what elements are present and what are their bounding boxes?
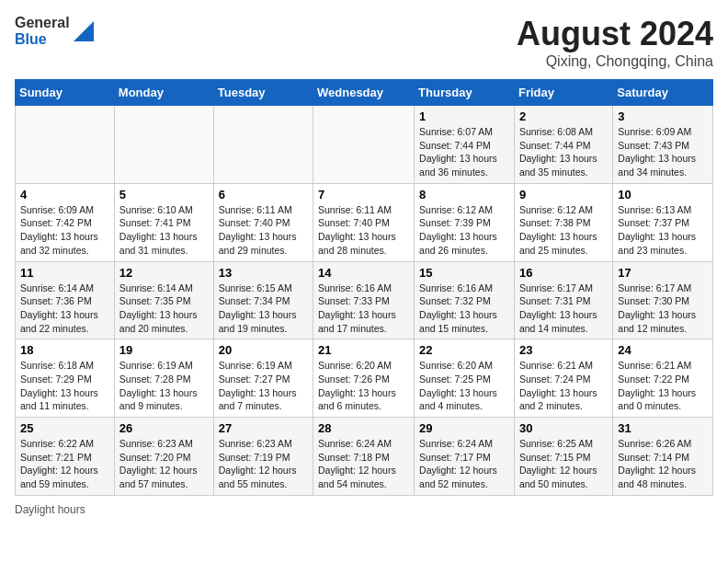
day-info: Sunrise: 6:14 AM Sunset: 7:35 PM Dayligh… <box>119 282 209 336</box>
day-number: 1 <box>419 109 509 123</box>
day-number: 20 <box>219 343 308 357</box>
day-number: 14 <box>318 266 409 280</box>
calendar-cell: 3Sunrise: 6:09 AM Sunset: 7:43 PM Daylig… <box>613 106 713 184</box>
weekday-header-monday: Monday <box>114 80 213 106</box>
day-info: Sunrise: 6:26 AM Sunset: 7:14 PM Dayligh… <box>618 437 708 491</box>
day-info: Sunrise: 6:23 AM Sunset: 7:20 PM Dayligh… <box>119 437 209 491</box>
calendar-cell: 14Sunrise: 6:16 AM Sunset: 7:33 PM Dayli… <box>313 261 415 339</box>
day-info: Sunrise: 6:24 AM Sunset: 7:17 PM Dayligh… <box>419 437 509 491</box>
subtitle: Qixing, Chongqing, China <box>517 53 713 70</box>
weekday-header-friday: Friday <box>514 80 612 106</box>
weekday-header-saturday: Saturday <box>613 80 713 106</box>
calendar-week-3: 11Sunrise: 6:14 AM Sunset: 7:36 PM Dayli… <box>16 261 713 339</box>
weekday-header-tuesday: Tuesday <box>213 80 313 106</box>
day-info: Sunrise: 6:19 AM Sunset: 7:27 PM Dayligh… <box>219 359 308 413</box>
day-info: Sunrise: 6:19 AM Sunset: 7:28 PM Dayligh… <box>119 359 209 413</box>
calendar-cell: 30Sunrise: 6:25 AM Sunset: 7:15 PM Dayli… <box>514 418 612 496</box>
day-number: 2 <box>519 109 608 123</box>
day-info: Sunrise: 6:20 AM Sunset: 7:26 PM Dayligh… <box>318 359 409 413</box>
calendar-cell: 16Sunrise: 6:17 AM Sunset: 7:31 PM Dayli… <box>514 261 612 339</box>
day-info: Sunrise: 6:12 AM Sunset: 7:38 PM Dayligh… <box>519 203 608 258</box>
day-number: 4 <box>20 188 109 201</box>
calendar-cell: 21Sunrise: 6:20 AM Sunset: 7:26 PM Dayli… <box>313 339 415 418</box>
weekday-header-row: SundayMondayTuesdayWednesdayThursdayFrid… <box>16 80 713 106</box>
legend-label: Daylight hours <box>15 503 85 516</box>
calendar-cell: 8Sunrise: 6:12 AM Sunset: 7:39 PM Daylig… <box>415 183 515 261</box>
title-area: August 2024 Qixing, Chongqing, China <box>517 15 713 70</box>
calendar-cell <box>313 106 415 184</box>
day-number: 18 <box>20 343 109 357</box>
calendar: SundayMondayTuesdayWednesdayThursdayFrid… <box>15 79 713 496</box>
calendar-cell: 24Sunrise: 6:21 AM Sunset: 7:22 PM Dayli… <box>613 339 713 418</box>
day-info: Sunrise: 6:17 AM Sunset: 7:30 PM Dayligh… <box>618 282 708 336</box>
calendar-cell: 27Sunrise: 6:23 AM Sunset: 7:19 PM Dayli… <box>213 418 313 496</box>
day-number: 21 <box>318 343 409 357</box>
header: General Blue August 2024 Qixing, Chongqi… <box>15 15 713 70</box>
day-number: 19 <box>119 343 209 357</box>
legend: Daylight hours <box>15 503 713 516</box>
day-info: Sunrise: 6:25 AM Sunset: 7:15 PM Dayligh… <box>519 437 608 491</box>
day-info: Sunrise: 6:16 AM Sunset: 7:32 PM Dayligh… <box>419 282 509 336</box>
weekday-header-thursday: Thursday <box>415 80 515 106</box>
calendar-cell: 2Sunrise: 6:08 AM Sunset: 7:44 PM Daylig… <box>514 106 612 184</box>
day-number: 31 <box>618 421 708 435</box>
day-number: 29 <box>419 421 509 435</box>
day-info: Sunrise: 6:24 AM Sunset: 7:18 PM Dayligh… <box>318 437 409 491</box>
day-info: Sunrise: 6:07 AM Sunset: 7:44 PM Dayligh… <box>419 125 509 179</box>
day-info: Sunrise: 6:12 AM Sunset: 7:39 PM Dayligh… <box>419 203 509 258</box>
calendar-cell: 9Sunrise: 6:12 AM Sunset: 7:38 PM Daylig… <box>514 183 612 261</box>
day-number: 30 <box>519 421 608 435</box>
calendar-cell: 4Sunrise: 6:09 AM Sunset: 7:42 PM Daylig… <box>16 183 115 261</box>
calendar-cell: 18Sunrise: 6:18 AM Sunset: 7:29 PM Dayli… <box>16 339 115 418</box>
calendar-cell: 10Sunrise: 6:13 AM Sunset: 7:37 PM Dayli… <box>613 183 713 261</box>
day-info: Sunrise: 6:22 AM Sunset: 7:21 PM Dayligh… <box>20 437 109 491</box>
day-info: Sunrise: 6:20 AM Sunset: 7:25 PM Dayligh… <box>419 359 509 413</box>
logo-arrow-icon <box>74 21 94 41</box>
calendar-cell: 20Sunrise: 6:19 AM Sunset: 7:27 PM Dayli… <box>213 339 313 418</box>
calendar-cell: 19Sunrise: 6:19 AM Sunset: 7:28 PM Dayli… <box>114 339 213 418</box>
calendar-cell: 29Sunrise: 6:24 AM Sunset: 7:17 PM Dayli… <box>415 418 515 496</box>
calendar-cell: 23Sunrise: 6:21 AM Sunset: 7:24 PM Dayli… <box>514 339 612 418</box>
day-number: 28 <box>318 421 409 435</box>
calendar-week-2: 4Sunrise: 6:09 AM Sunset: 7:42 PM Daylig… <box>16 183 713 261</box>
day-info: Sunrise: 6:18 AM Sunset: 7:29 PM Dayligh… <box>20 359 109 413</box>
calendar-cell: 25Sunrise: 6:22 AM Sunset: 7:21 PM Dayli… <box>16 418 115 496</box>
calendar-cell: 17Sunrise: 6:17 AM Sunset: 7:30 PM Dayli… <box>613 261 713 339</box>
logo: General Blue <box>15 15 94 47</box>
calendar-cell: 13Sunrise: 6:15 AM Sunset: 7:34 PM Dayli… <box>213 261 313 339</box>
day-number: 9 <box>519 188 608 201</box>
calendar-cell: 31Sunrise: 6:26 AM Sunset: 7:14 PM Dayli… <box>613 418 713 496</box>
day-info: Sunrise: 6:08 AM Sunset: 7:44 PM Dayligh… <box>519 125 608 179</box>
calendar-week-4: 18Sunrise: 6:18 AM Sunset: 7:29 PM Dayli… <box>16 339 713 418</box>
day-number: 6 <box>219 188 308 201</box>
day-number: 27 <box>219 421 308 435</box>
svg-marker-0 <box>74 21 94 41</box>
day-number: 11 <box>20 266 109 280</box>
day-info: Sunrise: 6:21 AM Sunset: 7:24 PM Dayligh… <box>519 359 608 413</box>
calendar-week-1: 1Sunrise: 6:07 AM Sunset: 7:44 PM Daylig… <box>16 106 713 184</box>
day-number: 17 <box>618 266 708 280</box>
day-number: 8 <box>419 188 509 201</box>
calendar-cell: 6Sunrise: 6:11 AM Sunset: 7:40 PM Daylig… <box>213 183 313 261</box>
day-info: Sunrise: 6:13 AM Sunset: 7:37 PM Dayligh… <box>618 203 708 258</box>
calendar-cell: 26Sunrise: 6:23 AM Sunset: 7:20 PM Dayli… <box>114 418 213 496</box>
day-info: Sunrise: 6:09 AM Sunset: 7:43 PM Dayligh… <box>618 125 708 179</box>
weekday-header-sunday: Sunday <box>16 80 115 106</box>
day-info: Sunrise: 6:23 AM Sunset: 7:19 PM Dayligh… <box>219 437 308 491</box>
day-number: 24 <box>618 343 708 357</box>
day-number: 13 <box>219 266 308 280</box>
logo-blue: Blue <box>15 31 70 48</box>
day-number: 5 <box>119 188 209 201</box>
day-number: 10 <box>618 188 708 201</box>
calendar-cell <box>213 106 313 184</box>
weekday-header-wednesday: Wednesday <box>313 80 415 106</box>
day-info: Sunrise: 6:17 AM Sunset: 7:31 PM Dayligh… <box>519 282 608 336</box>
day-number: 7 <box>318 188 409 201</box>
logo-general: General <box>15 15 70 31</box>
day-number: 12 <box>119 266 209 280</box>
day-info: Sunrise: 6:15 AM Sunset: 7:34 PM Dayligh… <box>219 282 308 336</box>
day-number: 25 <box>20 421 109 435</box>
calendar-cell <box>16 106 115 184</box>
calendar-cell: 12Sunrise: 6:14 AM Sunset: 7:35 PM Dayli… <box>114 261 213 339</box>
day-number: 26 <box>119 421 209 435</box>
